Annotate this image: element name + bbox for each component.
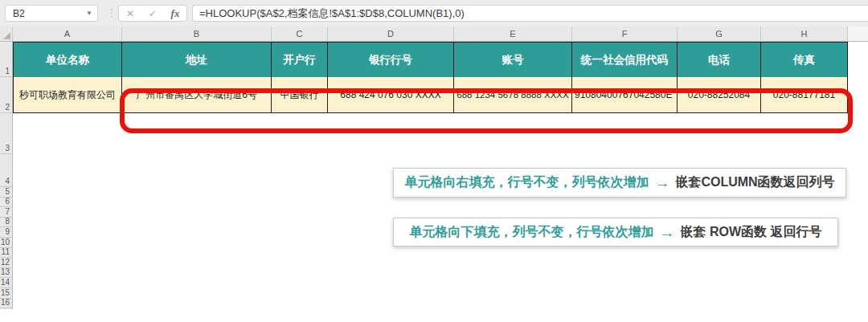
cell-E2[interactable]: 688 1234 5678 8888 XXXX xyxy=(454,77,572,113)
cell-C2[interactable]: 中国银行 xyxy=(272,77,328,113)
grid-area: 1 单位名称 地址 开户行 银行行号 账号 统一社会信用代码 电话 传真 2 秒… xyxy=(0,42,868,322)
row-header-9[interactable]: 9 xyxy=(0,227,13,238)
annotation-teal-text: 单元格向右填充，行号不变，列号依次增加 xyxy=(404,174,649,191)
cell-F1[interactable]: 统一社会信用代码 xyxy=(572,42,678,77)
col-header-A[interactable]: A xyxy=(13,26,122,41)
cell-G1[interactable]: 电话 xyxy=(678,42,761,77)
row-header-11[interactable]: 11 xyxy=(0,248,13,259)
row-header-10[interactable]: 10 xyxy=(0,238,13,248)
col-header-E[interactable]: E xyxy=(454,26,572,41)
row-header-1[interactable]: 1 xyxy=(0,42,13,77)
cancel-icon[interactable]: ✕ xyxy=(121,8,140,19)
row-header-13[interactable]: 13 xyxy=(0,268,13,279)
enter-icon[interactable]: ✓ xyxy=(143,8,162,19)
annotation-down-fill[interactable]: 单元格向下填充，列号不变，行号依次增加 → 嵌套 ROW函数 返回行号 xyxy=(393,218,838,247)
name-box[interactable]: B2 ▼ xyxy=(5,5,98,22)
empty-row: 6 xyxy=(0,198,868,208)
empty-row: 16 xyxy=(0,299,868,309)
empty-row: 14 xyxy=(0,278,868,288)
row-header-14[interactable]: 14 xyxy=(0,278,13,288)
empty-row: 11 xyxy=(0,248,868,259)
row-header-8[interactable]: 8 xyxy=(0,218,13,228)
select-all-corner[interactable] xyxy=(0,26,13,41)
empty-row: 13 xyxy=(0,268,868,279)
cell-H1[interactable]: 传真 xyxy=(761,42,848,77)
cell-C1[interactable]: 开户行 xyxy=(272,42,328,77)
cell-E1[interactable]: 账号 xyxy=(454,42,572,77)
annotation-dark-text: 嵌套 ROW函数 返回行号 xyxy=(681,224,822,241)
cell-H2[interactable]: 020-88177181 xyxy=(761,77,848,113)
right-arrow-icon: → xyxy=(660,225,675,240)
cell-D1[interactable]: 银行行号 xyxy=(328,42,454,77)
cell-F2[interactable]: 91080400767042580E xyxy=(572,77,678,113)
empty-row: 12 xyxy=(0,258,868,268)
col-header-C[interactable]: C xyxy=(272,26,328,41)
empty-row: 7 xyxy=(0,207,868,218)
row-header-3[interactable]: 3 xyxy=(0,113,13,154)
cell-B1[interactable]: 地址 xyxy=(122,42,272,77)
formula-input[interactable]: =HLOOKUP($A$2,档案信息!$A$1:$D$8,COLUMN(B1),… xyxy=(192,5,868,22)
right-arrow-icon: → xyxy=(654,175,669,190)
row-header-5[interactable]: 5 xyxy=(0,187,13,198)
annotation-dark-text: 嵌套COLUMN函数返回列号 xyxy=(675,174,834,191)
empty-row-partial xyxy=(0,308,868,309)
column-strip-filler xyxy=(848,26,868,41)
cell-A1[interactable]: 单位名称 xyxy=(13,42,122,77)
col-header-B[interactable]: B xyxy=(122,26,272,41)
row-header-partial xyxy=(0,308,13,309)
annotation-teal-text: 单元格向下填充，列号不变，行号依次增加 xyxy=(410,224,654,241)
col-header-G[interactable]: G xyxy=(678,26,761,41)
sheet: A B C D E F G H 1 单位名称 地址 开户行 银行行号 账号 统一… xyxy=(0,26,868,322)
insert-function-icon[interactable]: fx xyxy=(166,7,185,20)
row-header-15[interactable]: 15 xyxy=(0,288,13,299)
row-header-4[interactable]: 4 xyxy=(0,154,13,187)
row-header-16[interactable]: 16 xyxy=(0,299,13,309)
select-all-triangle-icon xyxy=(3,32,10,39)
formula-buttons: ✕ ✓ fx xyxy=(118,5,187,22)
empty-row: 3 xyxy=(0,113,868,154)
cell-B2[interactable]: 广州市番禺区大学城街道6号 xyxy=(122,77,272,113)
empty-row: 15 xyxy=(0,288,868,299)
formula-bar: B2 ▼ ⋮ ✕ ✓ fx =HLOOKUP($A$2,档案信息!$A$1:$D… xyxy=(0,0,868,26)
cell-A2[interactable]: 秒可职场教育有限公司 xyxy=(13,77,122,113)
col-header-H[interactable]: H xyxy=(761,26,848,41)
column-header-strip: A B C D E F G H xyxy=(0,26,868,42)
cell-D2[interactable]: 688 424 076 030 XXXX xyxy=(328,77,454,113)
row-header-6[interactable]: 6 xyxy=(0,198,13,208)
spreadsheet-app: B2 ▼ ⋮ ✕ ✓ fx =HLOOKUP($A$2,档案信息!$A$1:$D… xyxy=(0,0,868,322)
col-header-F[interactable]: F xyxy=(572,26,678,41)
col-header-D[interactable]: D xyxy=(328,26,454,41)
row-header-12[interactable]: 12 xyxy=(0,258,13,268)
more-options-icon[interactable]: ⋮ xyxy=(107,6,117,19)
row-header-7[interactable]: 7 xyxy=(0,207,13,218)
name-box-dropdown-icon[interactable]: ▼ xyxy=(86,10,92,17)
cell-G2[interactable]: 020-88252084 xyxy=(678,77,761,113)
row-header-2[interactable]: 2 xyxy=(0,77,13,113)
annotation-right-fill[interactable]: 单元格向右填充，行号不变，列号依次增加 → 嵌套COLUMN函数返回列号 xyxy=(393,168,846,198)
table-header-row: 1 单位名称 地址 开户行 银行行号 账号 统一社会信用代码 电话 传真 xyxy=(0,42,868,77)
table-data-row: 2 秒可职场教育有限公司 广州市番禺区大学城街道6号 中国银行 688 424 … xyxy=(0,77,868,113)
name-box-value: B2 xyxy=(13,8,25,19)
